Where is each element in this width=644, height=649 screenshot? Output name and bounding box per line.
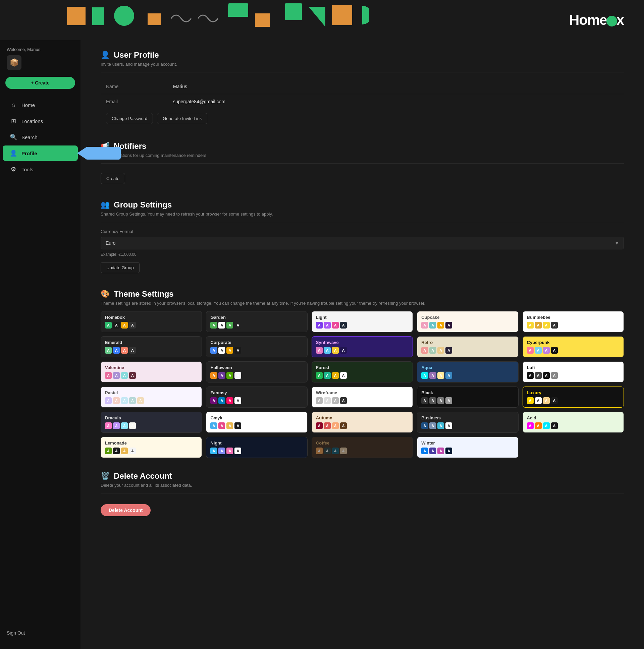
theme-swatches-black: AAAA — [421, 397, 514, 404]
theme-swatches-cmyk: AAAA — [210, 422, 303, 429]
theme-swatch: A — [332, 372, 339, 379]
theme-swatch: A — [129, 397, 136, 404]
theme-swatches-coffee: AAAA — [316, 447, 408, 454]
theme-card-winter[interactable]: WinterAAAA — [417, 437, 518, 458]
sidebar-item-search[interactable]: 🔍 Search — [3, 129, 78, 145]
theme-swatch: A — [121, 422, 128, 429]
theme-name-dracula: Dracula — [105, 415, 198, 420]
theme-name-coffee: Coffee — [316, 440, 408, 445]
swatch-letter: A — [220, 424, 223, 428]
theme-card-lemonade[interactable]: LemonadeAAAA — [100, 437, 202, 458]
swatch-letter: A — [326, 374, 329, 378]
theme-swatch: A — [227, 447, 233, 454]
theme-card-synthwave[interactable]: SynthwaveAAAA — [312, 336, 413, 357]
notifiers-create-button[interactable]: Create — [100, 173, 125, 184]
svg-rect-6 — [285, 3, 302, 20]
theme-swatch: A — [105, 322, 112, 329]
theme-card-bumblebee[interactable]: BumblebeeAAAA — [523, 311, 624, 332]
swatch-letter: A — [537, 374, 540, 378]
theme-swatch: A — [218, 322, 225, 329]
swatch-letter: A — [334, 449, 337, 453]
change-password-button[interactable]: Change Password — [106, 113, 153, 124]
theme-swatches-halloween: AAAA — [210, 372, 303, 379]
swatch-letter: A — [318, 323, 321, 327]
swatch-letter: A — [237, 374, 239, 378]
theme-swatches-business: AAAA — [421, 422, 514, 429]
generate-invite-button[interactable]: Generate Invite Link — [157, 113, 207, 124]
swatch-letter: A — [326, 399, 329, 403]
theme-card-black[interactable]: BlackAAAA — [417, 387, 518, 407]
theme-swatch: A — [535, 397, 542, 404]
theme-swatch: A — [324, 422, 331, 429]
theme-card-cupcake[interactable]: CupcakeAAAA — [417, 311, 518, 332]
swatch-letter: A — [439, 374, 442, 378]
create-button[interactable]: + Create — [5, 77, 75, 89]
theme-swatch: A — [316, 372, 323, 379]
theme-card-dracula[interactable]: DraculaAAAA — [100, 412, 202, 433]
currency-select[interactable]: Euro USD GBP JPY — [100, 237, 624, 249]
theme-card-coffee[interactable]: CoffeeAAAA — [312, 437, 413, 458]
sidebar-item-tools[interactable]: ⚙ Tools — [3, 162, 78, 177]
theme-card-halloween[interactable]: HalloweenAAAA — [206, 361, 307, 383]
swatch-letter: A — [545, 374, 548, 378]
swatch-letter: A — [326, 449, 329, 453]
theme-card-light[interactable]: LightAAAA — [312, 311, 413, 332]
theme-card-corporate[interactable]: CorporateAAAA — [206, 336, 307, 357]
swatch-letter: A — [107, 374, 110, 378]
update-group-button[interactable]: Update Group — [100, 262, 139, 273]
theme-card-cyberpunk[interactable]: CyberpunkAAAA — [523, 336, 624, 357]
theme-card-cmyk[interactable]: CmykAAAA — [206, 412, 307, 433]
profile-arrow-decoration — [77, 146, 121, 160]
theme-card-pastel[interactable]: PastelAAAAA — [100, 387, 202, 407]
theme-swatch: A — [235, 447, 241, 454]
theme-swatch: A — [129, 372, 136, 379]
theme-card-luxury[interactable]: LuxuryAAAA — [523, 387, 624, 407]
sidebar-item-home[interactable]: ⌂ Home — [3, 97, 78, 113]
swatch-letter: A — [334, 323, 337, 327]
swatch-letter: A — [123, 399, 126, 403]
sign-out-button[interactable]: Sign Out — [7, 630, 74, 636]
swatch-letter: A — [553, 374, 556, 378]
theme-swatch: A — [105, 397, 112, 404]
theme-card-wireframe[interactable]: WireframeAAAA — [312, 387, 413, 407]
theme-swatch: A — [129, 422, 136, 429]
theme-card-acid[interactable]: AcidAAAA — [523, 412, 624, 433]
theme-card-emerald[interactable]: EmeraldAAAA — [100, 336, 202, 357]
theme-card-autumn[interactable]: AutumnAAAA — [312, 412, 413, 433]
theme-card-retro[interactable]: RetroAAAA — [417, 336, 518, 357]
group-settings-section: 👥 Group Settings Shared Group Settings. … — [100, 200, 624, 276]
theme-swatches-pastel: AAAAA — [105, 397, 198, 404]
theme-card-lofi[interactable]: LofiAAAA — [523, 361, 624, 383]
theme-swatch: A — [543, 422, 550, 429]
sidebar-item-profile[interactable]: 👤 Profile — [3, 145, 78, 161]
delete-account-button[interactable]: Delete Account — [100, 504, 151, 516]
swatch-letter: A — [131, 374, 134, 378]
delete-account-actions: Delete Account — [100, 500, 624, 520]
theme-swatches-valentine: AAAA — [105, 372, 198, 379]
swatch-letter: A — [342, 399, 345, 403]
swatch-letter: A — [131, 399, 134, 403]
theme-card-aqua[interactable]: AquaAAAA — [417, 361, 518, 383]
theme-swatch: A — [227, 397, 233, 404]
swatch-letter: A — [545, 323, 548, 327]
theme-card-homebox[interactable]: HomeboxAAAA — [100, 311, 202, 332]
currency-select-wrapper: Euro USD GBP JPY ▼ — [100, 237, 624, 249]
swatch-letter: A — [423, 374, 426, 378]
user-profile-section: 👤 User Profile Invite users, and manage … — [100, 50, 624, 128]
sidebar-item-locations[interactable]: ⊞ Locations — [3, 113, 78, 129]
theme-card-forest[interactable]: ForestAAAA — [312, 361, 413, 383]
theme-card-valentine[interactable]: ValentineAAAA — [100, 361, 202, 383]
theme-card-garden[interactable]: GardenAAAA — [206, 311, 307, 332]
theme-swatch: A — [105, 447, 112, 454]
theme-swatch: A — [421, 322, 428, 329]
theme-card-night[interactable]: NightAAAA — [206, 437, 307, 458]
theme-swatch: A — [429, 372, 436, 379]
app-logo: Homex — [569, 12, 624, 28]
sidebar-item-tools-label: Tools — [22, 167, 33, 172]
notifiers-section: 📢 Notifiers Get notifications for up com… — [100, 141, 624, 187]
delete-account-section: 🗑️ Delete Account Delete your account an… — [100, 471, 624, 520]
theme-swatch: A — [113, 447, 120, 454]
swatch-letter: A — [131, 449, 134, 453]
theme-card-business[interactable]: BusinessAAAA — [417, 412, 518, 433]
theme-card-fantasy[interactable]: FantasyAAAA — [206, 387, 307, 407]
